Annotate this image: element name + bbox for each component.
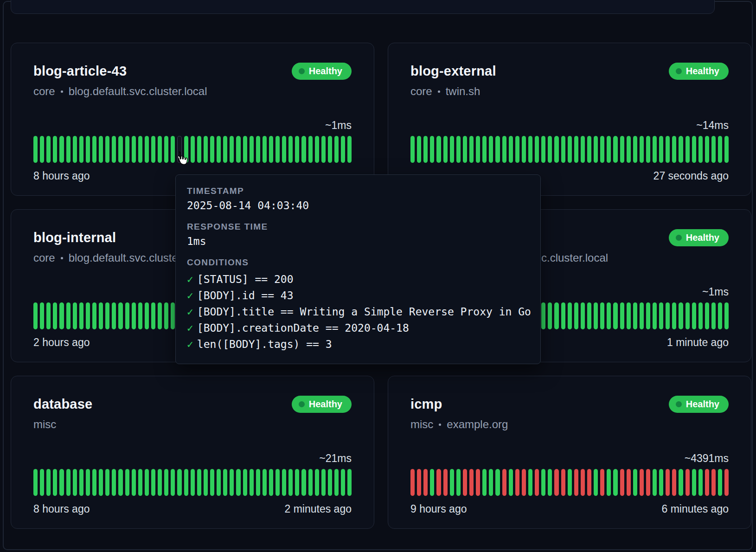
uptime-bar[interactable] (515, 469, 519, 496)
uptime-bar[interactable] (341, 469, 345, 496)
uptime-bar[interactable] (295, 469, 299, 496)
uptime-bar[interactable] (718, 302, 722, 329)
uptime-bar[interactable] (223, 136, 227, 163)
uptime-bar[interactable] (450, 136, 454, 163)
uptime-bar[interactable] (548, 302, 552, 329)
uptime-bar[interactable] (73, 469, 77, 496)
uptime-bar[interactable] (417, 469, 421, 496)
uptime-bar[interactable] (679, 136, 683, 163)
uptime-bar[interactable] (151, 136, 155, 163)
uptime-bar[interactable] (347, 136, 352, 163)
uptime-bar[interactable] (288, 136, 293, 163)
uptime-bar[interactable] (236, 469, 240, 496)
uptime-bar[interactable] (295, 136, 299, 163)
uptime-bar[interactable] (476, 469, 480, 496)
uptime-bar[interactable] (132, 469, 136, 496)
uptime-bar[interactable] (528, 136, 532, 163)
uptime-bar[interactable] (686, 136, 690, 163)
uptime-bar-chart[interactable] (410, 469, 729, 496)
uptime-bar[interactable] (334, 469, 339, 496)
uptime-bar[interactable] (469, 136, 474, 163)
uptime-bar[interactable] (633, 469, 637, 496)
uptime-bar[interactable] (86, 302, 90, 329)
uptime-bar[interactable] (482, 136, 487, 163)
uptime-bar[interactable] (541, 469, 545, 496)
uptime-bar[interactable] (184, 136, 188, 163)
uptime-bar-chart[interactable] (33, 469, 352, 496)
uptime-bar[interactable] (53, 136, 57, 163)
uptime-bar[interactable] (456, 136, 461, 163)
uptime-bar[interactable] (269, 136, 273, 163)
uptime-bar[interactable] (443, 469, 448, 496)
uptime-bar[interactable] (53, 469, 57, 496)
uptime-bar[interactable] (724, 469, 729, 496)
uptime-bar[interactable] (86, 469, 90, 496)
uptime-bar[interactable] (568, 469, 572, 496)
uptime-bar[interactable] (509, 136, 513, 163)
uptime-bar[interactable] (574, 469, 578, 496)
uptime-bar[interactable] (535, 136, 539, 163)
uptime-bar[interactable] (568, 302, 572, 329)
uptime-bar[interactable] (653, 302, 657, 329)
uptime-bar[interactable] (66, 136, 70, 163)
uptime-bar[interactable] (607, 302, 611, 329)
uptime-bar[interactable] (282, 469, 286, 496)
uptime-bar[interactable] (568, 136, 572, 163)
uptime-bar[interactable] (46, 136, 51, 163)
uptime-bar[interactable] (118, 469, 122, 496)
uptime-bar[interactable] (705, 302, 709, 329)
endpoint-card[interactable]: blog-external Healthy core twin.sh ~14ms… (388, 43, 751, 196)
uptime-bar[interactable] (620, 136, 624, 163)
uptime-bar[interactable] (99, 469, 103, 496)
uptime-bar[interactable] (705, 136, 709, 163)
uptime-bar[interactable] (646, 302, 650, 329)
uptime-bar-chart[interactable] (33, 136, 352, 163)
uptime-bar[interactable] (33, 469, 38, 496)
uptime-bar[interactable] (711, 136, 716, 163)
uptime-bar[interactable] (528, 469, 532, 496)
uptime-bar[interactable] (105, 302, 109, 329)
uptime-bar[interactable] (653, 136, 657, 163)
uptime-bar[interactable] (288, 469, 293, 496)
uptime-bar[interactable] (509, 469, 513, 496)
uptime-bar[interactable] (250, 469, 254, 496)
uptime-bar[interactable] (600, 302, 604, 329)
uptime-bar[interactable] (646, 136, 650, 163)
uptime-bar[interactable] (679, 302, 683, 329)
uptime-bar[interactable] (328, 469, 332, 496)
uptime-bar[interactable] (230, 469, 234, 496)
uptime-bar[interactable] (263, 469, 267, 496)
uptime-bar[interactable] (587, 469, 591, 496)
uptime-bar[interactable] (666, 469, 670, 496)
uptime-bar[interactable] (561, 136, 565, 163)
uptime-bar[interactable] (40, 302, 44, 329)
uptime-bar[interactable] (495, 136, 500, 163)
uptime-bar[interactable] (40, 136, 44, 163)
uptime-bar[interactable] (718, 136, 722, 163)
uptime-bar[interactable] (171, 469, 175, 496)
uptime-bar[interactable] (151, 469, 155, 496)
uptime-bar[interactable] (698, 302, 703, 329)
uptime-bar[interactable] (308, 136, 313, 163)
uptime-bar[interactable] (613, 469, 617, 496)
uptime-bar[interactable] (301, 136, 306, 163)
uptime-bar[interactable] (256, 136, 260, 163)
uptime-bar[interactable] (171, 302, 175, 329)
uptime-bar[interactable] (86, 136, 90, 163)
uptime-bar[interactable] (243, 469, 247, 496)
uptime-bar[interactable] (66, 469, 70, 496)
uptime-bar[interactable] (620, 469, 624, 496)
uptime-bar[interactable] (495, 469, 500, 496)
uptime-bar[interactable] (450, 469, 454, 496)
uptime-bar[interactable] (607, 136, 611, 163)
uptime-bar[interactable] (73, 136, 77, 163)
uptime-bar[interactable] (482, 469, 487, 496)
uptime-bar[interactable] (548, 136, 552, 163)
uptime-bar[interactable] (334, 136, 339, 163)
uptime-bar[interactable] (138, 469, 142, 496)
uptime-bar[interactable] (587, 302, 591, 329)
uptime-bar[interactable] (341, 136, 345, 163)
uptime-bar[interactable] (230, 136, 234, 163)
uptime-bar[interactable] (59, 302, 64, 329)
uptime-bar[interactable] (646, 469, 650, 496)
